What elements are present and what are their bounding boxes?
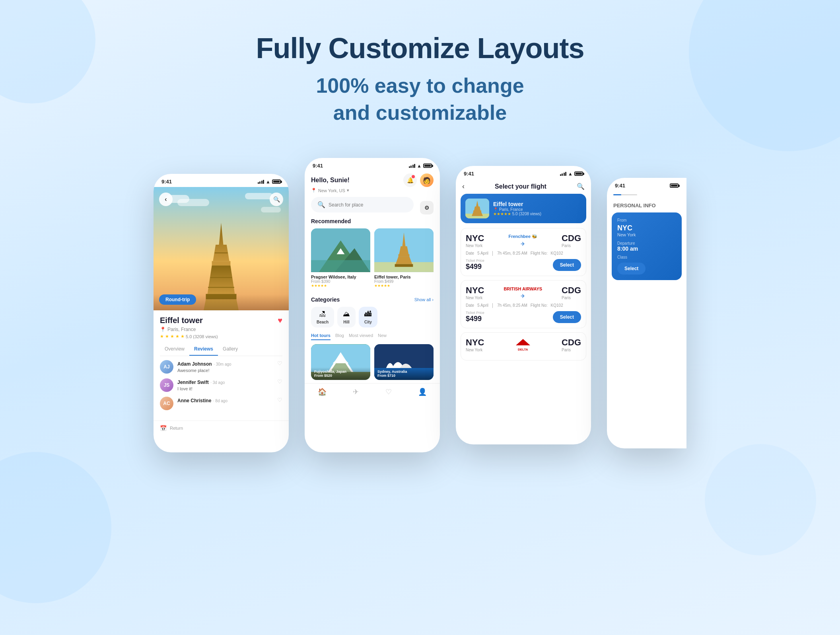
avatar-3: AC — [160, 397, 173, 410]
recommended-grid: Pragser Wildsee, Italy From $390 ★★★★★ — [311, 228, 434, 290]
location-pin-2: 📍 — [311, 188, 317, 193]
nav-home[interactable]: 🏠 — [318, 388, 327, 396]
subtitle-line2: and customizable — [333, 101, 507, 124]
signal-bars-3 — [560, 172, 567, 176]
fuji-image: Fujiyoshida, Japan From $520 — [311, 344, 370, 380]
tab-new[interactable]: New — [378, 333, 387, 340]
location-text-2: New York, US — [318, 188, 345, 193]
flight-duration-1: │ — [492, 251, 494, 255]
notification-button[interactable]: 🔔 — [403, 173, 417, 187]
review-item-2: JS Jennifer Swift · 3d ago I love it! ♡ — [160, 378, 282, 392]
tour-card-2[interactable]: Sydney, Australia From $710 — [374, 344, 434, 380]
star-2: ★ — [165, 334, 169, 339]
ticket-price-section-1: Ticket Price $499 — [466, 259, 484, 271]
booking-from-code: NYC — [617, 224, 676, 232]
main-title: Fully Customize Layouts — [0, 32, 840, 64]
dest-pin: 📍 — [493, 207, 498, 212]
review-content-1: Adam Johnson · 30m ago Awesome place! — [177, 360, 273, 373]
select-button-1[interactable]: Select — [553, 259, 581, 271]
city-icon: 🏙 — [364, 310, 371, 318]
nav-flights[interactable]: ✈ — [353, 388, 359, 396]
heart-icon[interactable]: ♥ — [278, 316, 282, 325]
cat-hill[interactable]: ⛰ Hill — [337, 307, 356, 327]
to-airport-2: CDG Paris — [562, 285, 581, 300]
rec-card-2[interactable]: Eiffel tower, Paris From $499 ★★★★★ — [374, 228, 434, 290]
back-arrow-flight[interactable]: ‹ — [462, 182, 465, 191]
battery-icon-3 — [574, 171, 583, 176]
from-airport-3: NYC New York — [466, 337, 484, 352]
sydney-caption: Sydney, Australia From $710 — [374, 367, 434, 380]
tab-gallery[interactable]: Gallery — [218, 343, 243, 356]
wifi-icon-3: ▲ — [568, 171, 573, 177]
airline-name-1: Frenchbee 🐝 — [508, 234, 537, 239]
rec-name-2: Eiffel tower, Paris — [374, 275, 434, 279]
flight-card-3: NYC New York DELTA CDG Paris — [461, 332, 586, 360]
rec-price-2: From $499 — [374, 279, 434, 284]
search-input[interactable] — [329, 202, 407, 208]
show-all-button[interactable]: Show all › — [414, 297, 434, 302]
battery-icon-4 — [670, 183, 679, 188]
status-time-4: 9:41 — [615, 183, 625, 189]
tab-overview[interactable]: Overview — [160, 343, 189, 356]
battery-icon-2 — [423, 164, 432, 168]
svg-rect-12 — [311, 260, 370, 272]
eiffel-image — [374, 228, 434, 272]
flight-price-row-2: Ticket Price $499 Select — [466, 311, 581, 323]
search-button-hero[interactable]: 🔍 — [270, 193, 283, 206]
hero-image: ‹ 🔍 Round-trip — [154, 187, 289, 310]
to-airport-1: CDG Paris — [562, 233, 581, 248]
cat-city[interactable]: 🏙 City — [359, 307, 377, 327]
status-icons-2: ▲ — [409, 163, 432, 169]
wifi-icon-2: ▲ — [417, 163, 422, 169]
user-avatar[interactable]: 🧑 — [420, 173, 434, 187]
dest-stars: ★★★★★ 5.0 (3208 views) — [493, 212, 581, 216]
phone-search: 9:41 ▲ Hello, Sunie! — [305, 158, 440, 452]
header-section: Fully Customize Layouts 100% easy to cha… — [0, 0, 840, 150]
status-bar-4: 9:41 — [607, 178, 686, 191]
personal-info-header: PERSONAL INFO — [607, 199, 686, 212]
flight-route-1: NYC New York Frenchbee 🐝 ✈ CDG Paris — [466, 233, 581, 248]
star-4: ★ — [175, 334, 179, 339]
airline-name-3: DELTA — [518, 348, 528, 351]
location-row[interactable]: 📍 New York, US ▾ — [311, 188, 434, 193]
tab-blog[interactable]: Blog — [335, 333, 344, 340]
tab-hot-tours[interactable]: Hot tours — [311, 333, 331, 340]
nav-profile[interactable]: 👤 — [418, 388, 427, 396]
flight-card-2: NYC New York BRITISH AIRWAYS ✈ CDG Paris… — [461, 280, 586, 328]
tab-reviews[interactable]: Reviews — [189, 343, 218, 356]
search-icon-flight[interactable]: 🔍 — [577, 183, 585, 190]
sb3 — [564, 173, 565, 176]
reviewer-name-1: Adam Johnson · 30m ago — [177, 360, 273, 367]
flight-date-1: Date — [466, 251, 474, 255]
svg-marker-0 — [213, 223, 229, 261]
signal-bar-1 — [258, 182, 259, 184]
class-select-button[interactable]: Select — [617, 263, 646, 275]
greeting-row: Hello, Sunie! 🔔 🧑 — [311, 173, 434, 187]
booking-dept-val: 8:00 am — [617, 245, 676, 252]
back-button[interactable]: ‹ — [159, 193, 173, 206]
select-button-2[interactable]: Select — [553, 311, 581, 323]
like-icon-3[interactable]: ♡ — [277, 397, 282, 403]
cat-chips: 🏖 Beach ⛰ Hill 🏙 City — [311, 307, 434, 327]
rec-card-1[interactable]: Pragser Wildsee, Italy From $390 ★★★★★ — [311, 228, 370, 290]
nav-favorites[interactable]: ♡ — [385, 388, 392, 396]
flight-date-label-2: Date — [466, 303, 474, 308]
cat-beach[interactable]: 🏖 Beach — [311, 307, 334, 327]
filter-button[interactable]: ⚙ — [420, 201, 434, 214]
progress-bar-bg — [613, 194, 637, 195]
signal-bar-2 — [259, 181, 261, 184]
round-trip-badge[interactable]: Round-trip — [159, 294, 196, 305]
to-airport-3: CDG Paris — [562, 337, 581, 352]
like-icon-2[interactable]: ♡ — [277, 378, 282, 385]
like-icon-1[interactable]: ♡ — [277, 360, 282, 366]
svg-rect-29 — [473, 210, 481, 212]
status-bar-1: 9:41 ▲ — [154, 174, 289, 187]
fuji-caption: Fujiyoshida, Japan From $520 — [311, 367, 370, 380]
tab-most-viewed[interactable]: Most viewed — [349, 333, 373, 340]
rating-value: 5.0 — [186, 334, 192, 339]
signal-bar-3 — [261, 181, 262, 184]
tour-card-1[interactable]: Fujiyoshida, Japan From $520 — [311, 344, 370, 380]
search-bar[interactable]: 🔍 — [311, 197, 414, 212]
svg-rect-18 — [395, 264, 413, 267]
dest-rating: 5.0 (3208 views) — [512, 212, 541, 216]
